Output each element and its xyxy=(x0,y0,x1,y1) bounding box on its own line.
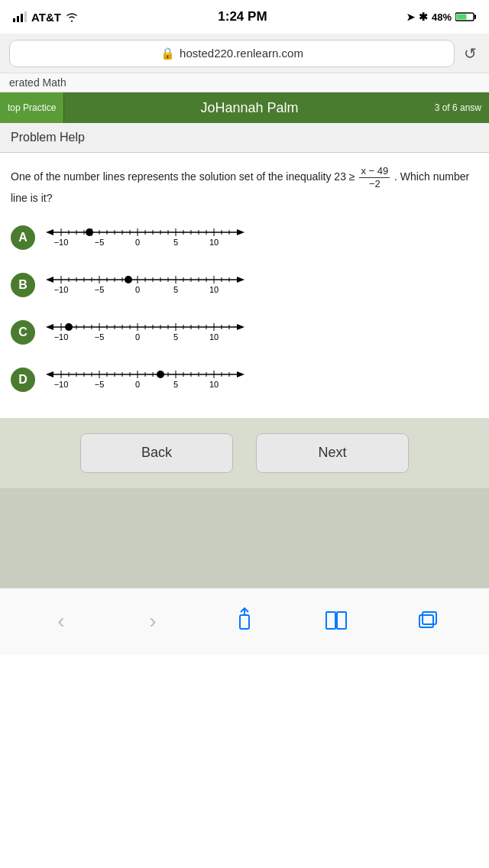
svg-text:0: 0 xyxy=(135,380,140,389)
svg-text:−5: −5 xyxy=(95,238,105,247)
svg-marker-41 xyxy=(46,277,53,283)
svg-text:−10: −10 xyxy=(54,285,69,294)
bottom-navigation: Back Next xyxy=(0,418,489,488)
nav-tab-label: top Practice xyxy=(8,102,56,113)
battery-icon xyxy=(455,11,477,22)
next-button[interactable]: Next xyxy=(256,433,409,473)
main-content: One of the number lines represents the s… xyxy=(0,153,489,418)
gray-filler xyxy=(0,488,489,588)
svg-text:5: 5 xyxy=(173,238,178,247)
svg-marker-104 xyxy=(46,371,53,377)
option-a-circle: A xyxy=(11,225,35,250)
safari-bottom-bar: ‹ › xyxy=(0,588,489,655)
signal-icon xyxy=(12,11,28,22)
svg-rect-3 xyxy=(24,11,27,22)
status-time: 1:24 PM xyxy=(218,9,267,24)
svg-marker-8 xyxy=(237,229,244,235)
svg-text:−5: −5 xyxy=(95,380,105,389)
svg-text:10: 10 xyxy=(209,238,219,247)
lock-icon: 🔒 xyxy=(160,47,175,60)
url-box[interactable]: 🔒 hosted220.renlearn.com xyxy=(9,40,455,67)
url-text: hosted220.renlearn.com xyxy=(180,47,303,60)
reload-button[interactable]: ↺ xyxy=(461,41,480,66)
option-d[interactable]: D xyxy=(11,363,478,397)
svg-marker-103 xyxy=(237,371,244,377)
svg-text:5: 5 xyxy=(173,285,178,294)
svg-text:5: 5 xyxy=(173,380,178,389)
nav-tab[interactable]: top Practice xyxy=(0,92,64,123)
svg-rect-5 xyxy=(474,15,476,19)
nav-username: JoHannah Palm xyxy=(64,100,434,116)
svg-marker-9 xyxy=(46,229,53,235)
green-nav: top Practice JoHannah Palm 3 of 6 answ xyxy=(0,92,489,123)
svg-rect-0 xyxy=(13,18,15,22)
problem-help-bar: Problem Help xyxy=(0,123,489,153)
svg-rect-2 xyxy=(21,14,23,22)
svg-text:−10: −10 xyxy=(54,380,69,389)
status-left: AT&T xyxy=(12,11,79,24)
carrier-label: AT&T xyxy=(31,11,61,24)
option-d-circle: D xyxy=(11,368,35,392)
status-bar: AT&T 1:24 PM ➤ ✱ 48% xyxy=(0,0,489,34)
svg-point-105 xyxy=(157,371,164,378)
svg-text:0: 0 xyxy=(135,238,140,247)
option-d-label: D xyxy=(18,373,28,387)
battery-text: 48% xyxy=(432,11,452,23)
bluetooth-icon: ✱ xyxy=(419,11,428,23)
svg-text:10: 10 xyxy=(209,380,219,389)
option-b[interactable]: B xyxy=(11,268,478,302)
location-icon: ➤ xyxy=(406,11,415,23)
svg-rect-1 xyxy=(17,16,19,22)
svg-text:−5: −5 xyxy=(95,285,105,294)
svg-text:5: 5 xyxy=(173,332,178,342)
option-b-circle: B xyxy=(11,273,35,297)
fraction-numerator: x − 49 xyxy=(359,165,390,178)
option-a-number-line: −10 −5 0 5 10 xyxy=(46,221,478,254)
option-c-number-line: −10 −5 0 5 10 xyxy=(46,316,478,349)
svg-marker-72 xyxy=(237,324,244,330)
browser-bar: 🔒 hosted220.renlearn.com ↺ xyxy=(0,34,489,73)
svg-rect-6 xyxy=(456,15,466,20)
svg-point-42 xyxy=(125,276,132,283)
svg-rect-135 xyxy=(326,612,335,629)
option-c-circle: C xyxy=(11,320,35,345)
question-text: One of the number lines represents the s… xyxy=(11,165,478,207)
svg-text:10: 10 xyxy=(209,285,219,294)
svg-rect-136 xyxy=(337,612,346,629)
svg-text:−5: −5 xyxy=(95,332,105,342)
option-d-number-line: −10 −5 0 5 10 xyxy=(46,363,478,397)
option-b-label: B xyxy=(18,278,28,292)
status-right: ➤ ✱ 48% xyxy=(406,11,477,23)
svg-marker-73 xyxy=(46,324,53,330)
wifi-icon xyxy=(65,11,79,22)
back-button[interactable]: Back xyxy=(80,433,233,473)
app-header: erated Math xyxy=(0,73,489,92)
bookmarks-icon[interactable] xyxy=(317,602,355,640)
question-fraction: x − 49 −2 xyxy=(359,165,390,189)
forward-nav-icon[interactable]: › xyxy=(134,602,172,640)
svg-text:0: 0 xyxy=(135,285,140,294)
svg-point-74 xyxy=(65,323,73,331)
svg-marker-40 xyxy=(237,277,244,283)
svg-text:0: 0 xyxy=(135,332,140,342)
option-c-label: C xyxy=(18,326,28,339)
problem-help-label: Problem Help xyxy=(11,131,85,144)
tabs-icon[interactable] xyxy=(409,602,447,640)
svg-text:10: 10 xyxy=(209,332,219,342)
svg-text:−10: −10 xyxy=(54,238,69,247)
nav-progress: 3 of 6 answ xyxy=(435,102,489,113)
option-a[interactable]: A xyxy=(11,221,478,254)
svg-rect-138 xyxy=(423,612,436,624)
share-icon[interactable] xyxy=(225,602,264,640)
svg-rect-137 xyxy=(419,615,433,627)
fraction-denominator: −2 xyxy=(368,178,382,190)
option-b-number-line: −10 −5 0 5 10 xyxy=(46,268,478,302)
option-a-label: A xyxy=(18,231,28,245)
back-nav-icon[interactable]: ‹ xyxy=(42,602,80,640)
question-text-before: One of the number lines represents the s… xyxy=(11,170,358,183)
svg-text:−10: −10 xyxy=(54,332,69,342)
option-c[interactable]: C xyxy=(11,316,478,349)
app-header-title: erated Math xyxy=(9,76,66,89)
svg-rect-133 xyxy=(240,615,249,629)
